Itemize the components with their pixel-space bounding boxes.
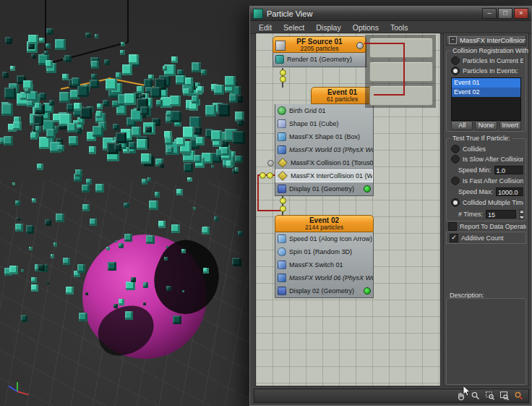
- connector-dot[interactable]: [280, 198, 286, 204]
- times-spinner[interactable]: [519, 209, 523, 219]
- pf-source-icon: [275, 41, 286, 51]
- rollout-collapse-icon[interactable]: -: [449, 36, 457, 44]
- action-row-massfx-intercollision[interactable]: MassFX InterCollision 01 (With ...: [275, 169, 373, 182]
- menu-select[interactable]: Select: [278, 23, 310, 32]
- additive-checkbox[interactable]: ✓: [450, 234, 458, 242]
- menu-tools[interactable]: Tools: [385, 23, 414, 32]
- group-title: Test True If Particle:: [450, 135, 512, 142]
- action-row-display02[interactable]: Display 02 (Geometry): [275, 284, 373, 297]
- test-true-group: Test True If Particle: Collides Is Slow …: [446, 138, 526, 221]
- event02-node-body: Speed 01 (Along Icon Arrow) Spin 01 (Ran…: [275, 232, 374, 298]
- action-label: MassFX InterCollision 01 (With ...: [291, 172, 373, 179]
- rollout-header[interactable]: - MassFX InterCollision 01: [446, 35, 526, 46]
- event02-node-header[interactable]: Event 02 2144 particles: [275, 215, 374, 232]
- radio-collided-multiple[interactable]: [451, 198, 460, 207]
- connector-dot[interactable]: [280, 206, 286, 212]
- action-row-massfx-switch[interactable]: MassFX Switch 01: [275, 258, 373, 271]
- radio-collides[interactable]: [451, 145, 460, 153]
- minimize-button[interactable]: –: [482, 8, 497, 19]
- connector-dot-gray[interactable]: [267, 160, 274, 166]
- none-button[interactable]: None: [475, 121, 497, 130]
- zoom-selected-icon[interactable]: [514, 391, 524, 401]
- report-checkbox[interactable]: [448, 222, 457, 231]
- close-button[interactable]: ×: [514, 8, 528, 19]
- collision-registration-group: Collision Registration With: Particles I…: [446, 51, 526, 132]
- connector-dot[interactable]: [259, 172, 266, 179]
- event-canvas[interactable]: PF Source 01 2205 particles Render 01 (G…: [255, 33, 441, 386]
- zoom-region-icon[interactable]: [485, 391, 495, 401]
- parameters-panel: - MassFX InterCollision 01 Collision Reg…: [443, 33, 529, 386]
- radio-row-collided-multiple[interactable]: Collided Multiple Times: [451, 198, 523, 207]
- speed-max-field[interactable]: 1000.0: [496, 187, 523, 196]
- list-item-event02[interactable]: Event 02: [452, 88, 520, 97]
- menu-edit[interactable]: Edit: [253, 23, 278, 32]
- birth-grid-icon: [278, 106, 286, 115]
- spin-icon: [278, 248, 286, 256]
- depot-item[interactable]: [369, 85, 433, 106]
- all-button[interactable]: All: [451, 121, 473, 130]
- title-bar[interactable]: Particle View – □ ×: [250, 7, 531, 21]
- speed-min-row: Speed Min: 1.0: [458, 165, 523, 175]
- connector-dot[interactable]: [280, 76, 286, 83]
- times-row: # Times: 15: [458, 209, 523, 219]
- action-row-massfx-world[interactable]: MassFX World 03 (PhysX Wor...: [275, 143, 373, 156]
- speed-icon: [278, 234, 286, 243]
- report-checkbox-row[interactable]: Report To Data Operator: [448, 222, 526, 231]
- display-color-dot[interactable]: [364, 287, 371, 295]
- pf-source-node-header[interactable]: PF Source 01 2205 particles: [273, 36, 366, 53]
- depot-item[interactable]: [369, 62, 433, 82]
- menu-options[interactable]: Options: [347, 23, 385, 32]
- list-item-event01[interactable]: Event 01: [452, 78, 520, 88]
- invert-button[interactable]: Invert: [499, 121, 521, 130]
- action-label: Display 01 (Geometry): [289, 185, 354, 193]
- node-particle-count: 2144 particles: [275, 224, 373, 231]
- radio-row-current-event[interactable]: Particles In Current Event: [451, 56, 523, 65]
- action-row-render[interactable]: Render 01 (Geometry): [273, 53, 366, 66]
- radio-is-fast[interactable]: [451, 177, 460, 185]
- wire-red-segment[interactable]: [374, 94, 405, 96]
- action-row-massfx-collision[interactable]: MassFX Collision 01 (Torus01): [275, 156, 373, 169]
- times-field[interactable]: 15: [486, 210, 516, 219]
- event01-node-header[interactable]: Event 01 61 particles: [311, 87, 374, 104]
- additive-count-box: ✓ Additive Count: [446, 232, 526, 244]
- connector-dot[interactable]: [280, 69, 286, 76]
- depot-item[interactable]: [369, 38, 433, 58]
- radio-row-fast[interactable]: Is Fast After Collision(s): [451, 177, 523, 185]
- events-listbox[interactable]: Event 01 Event 02: [451, 77, 521, 121]
- radio-particles-in-events[interactable]: [451, 67, 460, 75]
- shape-icon: [278, 119, 286, 128]
- wire-red-segment[interactable]: [257, 210, 283, 211]
- speed-max-row: Speed Max: 1000.0: [458, 187, 523, 197]
- action-row-birth-grid[interactable]: Birth Grid 01: [275, 104, 373, 117]
- particle-view-app-icon: [253, 9, 263, 19]
- radio-row-collides[interactable]: Collides: [451, 145, 523, 153]
- additive-checkbox-row[interactable]: ✓ Additive Count: [450, 234, 523, 242]
- action-label: Spin 01 (Random 3D): [289, 248, 352, 255]
- action-row-massfx-world06[interactable]: MassFX World 06 (PhysX Wor...: [275, 271, 373, 284]
- maximize-button[interactable]: □: [498, 8, 512, 19]
- massfx-world-icon: [278, 145, 286, 154]
- display-color-dot[interactable]: [364, 185, 371, 193]
- massfx-intercollision-icon: [278, 171, 288, 181]
- radio-label: Particles In Events:: [463, 67, 518, 75]
- action-row-speed[interactable]: Speed 01 (Along Icon Arrow): [275, 232, 373, 245]
- radio-row-slow[interactable]: Is Slow After Collision(s): [451, 155, 523, 164]
- zoom-extents-icon[interactable]: [499, 391, 510, 401]
- wire-red-segment[interactable]: [257, 174, 259, 211]
- radio-particles-current-event[interactable]: [451, 56, 460, 65]
- field-label: Speed Min:: [458, 166, 492, 174]
- source-options-icon[interactable]: [356, 42, 364, 49]
- menu-display[interactable]: Display: [310, 23, 346, 32]
- speed-min-field[interactable]: 1.0: [494, 166, 523, 174]
- wire-red-segment[interactable]: [403, 43, 405, 96]
- wire-red-segment[interactable]: [364, 43, 405, 44]
- description-box[interactable]: [446, 298, 526, 385]
- connector-dot[interactable]: [267, 172, 273, 179]
- action-row-shape[interactable]: Shape 01 (Cube): [275, 117, 373, 130]
- radio-row-particles-in-events[interactable]: Particles In Events:: [451, 67, 523, 75]
- radio-is-slow[interactable]: [451, 155, 460, 164]
- action-row-massfx-shape[interactable]: MassFX Shape 01 (Box): [275, 130, 373, 143]
- action-row-display01[interactable]: Display 01 (Geometry): [275, 182, 373, 195]
- action-row-spin[interactable]: Spin 01 (Random 3D): [275, 245, 373, 258]
- radio-label: Collided Multiple Times: [463, 199, 523, 206]
